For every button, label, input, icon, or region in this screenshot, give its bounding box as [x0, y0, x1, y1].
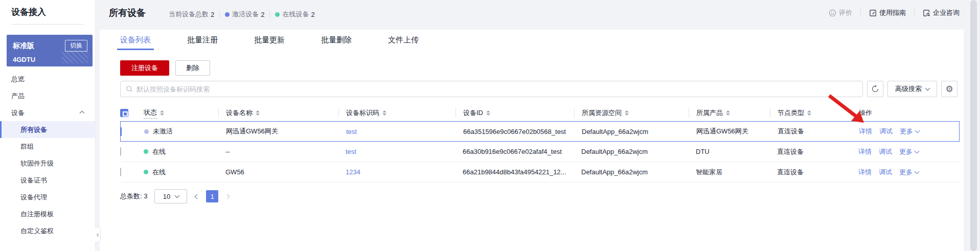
device-code-link[interactable]: 1234: [346, 168, 360, 176]
debug-link[interactable]: 调试: [879, 127, 893, 136]
vertical-scrollbar[interactable]: [970, 0, 977, 251]
prev-page-button[interactable]: [195, 195, 199, 198]
tab-device-list[interactable]: 设备列表: [120, 30, 151, 51]
device-id: 66a30b916e9c0667e02afaf4_test: [463, 148, 581, 155]
detail-link[interactable]: 详情: [859, 127, 872, 136]
device-name: 网迅通GW56网关: [226, 127, 346, 136]
sidebar-item-device-proxy[interactable]: 设备代理: [0, 189, 95, 206]
detail-link[interactable]: 详情: [858, 147, 872, 156]
sidebar-divider: [11, 24, 84, 25]
sort-icon[interactable]: [486, 110, 490, 116]
device-code-link[interactable]: test: [346, 148, 356, 155]
stat-activated: 激活设备2: [225, 10, 264, 19]
sidebar-collapse-handle[interactable]: [95, 227, 101, 242]
sidebar-item-device-certificates[interactable]: 设备证书: [0, 172, 95, 189]
sidebar-title: 设备接入: [0, 0, 95, 18]
product-name: 智能家居: [696, 168, 777, 177]
status-dot-icon: [144, 170, 148, 174]
sort-icon[interactable]: [382, 110, 386, 116]
page-number-button[interactable]: 1: [206, 190, 218, 202]
detail-link[interactable]: 详情: [858, 168, 872, 177]
more-link[interactable]: 更多: [899, 147, 919, 156]
toolbar: 注册设备 删除: [120, 60, 210, 76]
sort-icon[interactable]: [726, 110, 730, 116]
device-id: 66a351596e9c0667e02b0568_test: [463, 128, 582, 135]
instance-version-label: 标准版: [13, 41, 34, 51]
delete-button[interactable]: 删除: [175, 60, 210, 76]
device-stats: 当前设备总数2 激活设备2 在线设备2: [169, 10, 315, 19]
chevron-down-icon: [925, 86, 930, 91]
sort-icon[interactable]: [160, 110, 164, 116]
resource-space: DefaultApp_66a2wjcm: [581, 148, 696, 155]
tab-file-upload[interactable]: 文件上传: [388, 30, 419, 51]
node-type: 直连设备: [777, 147, 858, 156]
chevron-down-icon: [915, 169, 920, 174]
refresh-button[interactable]: [867, 81, 883, 97]
pagination: 总条数: 3 10 1: [120, 189, 229, 203]
header-link-separator: [860, 9, 861, 16]
total-count-label: 总条数: 3: [120, 192, 147, 201]
activated-dot-icon: [225, 12, 230, 17]
device-code-link[interactable]: test: [346, 128, 357, 135]
refresh-icon: [871, 85, 879, 93]
device-table: 状态 设备名称 设备标识码 设备ID 所属资源空间 所属产品 节点类型 操作 未…: [120, 105, 960, 182]
page-header: 所有设备 当前设备总数2 激活设备2 在线设备2 评价 使用指南 企业咨询: [100, 0, 964, 30]
status-dot-icon: [144, 129, 149, 134]
page-size-select[interactable]: 10: [154, 189, 187, 203]
more-link[interactable]: 更多: [899, 168, 919, 177]
sidebar-item-products[interactable]: 产品: [0, 87, 95, 104]
column-settings-button[interactable]: ⚙: [941, 81, 958, 97]
debug-link[interactable]: 调试: [879, 147, 892, 156]
sidebar-menu: 总览 产品 设备 所有设备 群组 软固件升级 设备证书 设备代理 自注册模板 自…: [0, 71, 95, 239]
page-title: 所有设备: [109, 7, 146, 19]
sidebar-item-firmware-upgrade[interactable]: 软固件升级: [0, 155, 95, 172]
smiley-icon: [829, 9, 836, 17]
chevron-left-icon: [96, 233, 100, 236]
device-name: --: [225, 148, 346, 155]
sidebar-item-all-devices[interactable]: 所有设备: [0, 121, 95, 138]
debug-link[interactable]: 调试: [879, 168, 892, 177]
node-type: 直连设备: [778, 127, 859, 136]
online-dot-icon: [275, 12, 280, 17]
status-label: 在线: [152, 168, 166, 177]
select-all-checkbox[interactable]: [120, 109, 128, 117]
register-device-button[interactable]: 注册设备: [120, 60, 169, 76]
sort-icon[interactable]: [256, 110, 260, 116]
tab-batch-update[interactable]: 批量更新: [254, 30, 285, 51]
user-guide-link[interactable]: 使用指南: [869, 8, 906, 17]
stat-online: 在线设备2: [275, 10, 314, 19]
header-links: 评价 使用指南 企业咨询: [829, 8, 960, 17]
sort-icon[interactable]: [625, 110, 629, 116]
table-row: 在线 GW56 1234 66a21b9844d8b43fa4954221_12…: [120, 162, 960, 182]
sidebar-item-devices[interactable]: 设备: [0, 104, 95, 121]
tab-batch-delete[interactable]: 批量删除: [321, 30, 352, 51]
sidebar-item-self-registration-template[interactable]: 自注册模板: [0, 206, 95, 222]
sidebar-item-overview[interactable]: 总览: [0, 71, 95, 87]
status-dot-icon: [144, 149, 148, 154]
chevron-down-icon: [915, 128, 920, 133]
sidebar-item-custom-auth[interactable]: 自定义鉴权: [0, 222, 95, 239]
enterprise-consult-link[interactable]: 企业咨询: [923, 8, 960, 17]
search-icon: [126, 85, 133, 93]
row-checkbox[interactable]: [120, 147, 121, 156]
sort-icon[interactable]: [807, 110, 811, 116]
next-page-button[interactable]: [225, 195, 229, 198]
gear-icon: ⚙: [945, 85, 953, 94]
tab-batch-register[interactable]: 批量注册: [187, 30, 218, 51]
resource-space: DefaultApp_66a2wjcm: [581, 168, 696, 176]
guide-icon: [869, 9, 877, 17]
table-header-row: 状态 设备名称 设备标识码 设备ID 所属资源空间 所属产品 节点类型 操作: [120, 105, 960, 121]
advanced-search-button[interactable]: 高级搜索: [887, 81, 937, 97]
sidebar-item-groups[interactable]: 群组: [0, 138, 95, 155]
row-checkbox[interactable]: [121, 127, 122, 136]
feedback-link[interactable]: 评价: [829, 8, 852, 17]
tab-bar: 设备列表 批量注册 批量更新 批量删除 文件上传: [100, 30, 964, 51]
product-name: 网迅通GW56网关: [696, 127, 778, 136]
more-link[interactable]: 更多: [900, 127, 919, 136]
resource-space: DefaultApp_66a2wjcm: [582, 128, 696, 135]
table-row: 在线 -- test 66a30b916e9c0667e02afaf4_test…: [120, 142, 960, 162]
search-input[interactable]: [136, 85, 862, 93]
chevron-right-icon: [225, 194, 230, 199]
row-checkbox[interactable]: [120, 168, 121, 176]
search-box: [120, 81, 863, 97]
